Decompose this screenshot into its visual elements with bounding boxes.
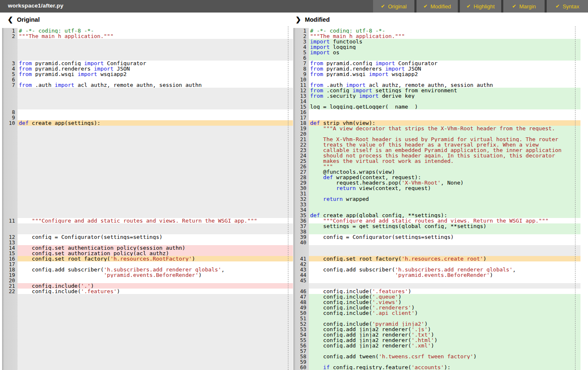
filler-line xyxy=(2,229,293,234)
original-pane[interactable]: 1# -*- coding: utf-8 -*-2"""The main h a… xyxy=(2,26,293,370)
filler-line xyxy=(2,316,293,321)
code-text: config.include('.views') xyxy=(309,299,580,305)
code-text: from pyramid.wsgi import wsgiapp2 xyxy=(18,71,293,77)
line-number: 22 xyxy=(2,289,18,294)
code-line: 4import logging xyxy=(293,44,580,50)
code-text: The X-Vhm-Root header is used by Pyramid… xyxy=(309,137,580,142)
code-line: 8from pyramid.renderers import JSON xyxy=(293,66,580,71)
code-text: """Configure and add static routes and v… xyxy=(18,218,293,223)
code-text xyxy=(18,261,293,267)
code-text xyxy=(18,115,293,120)
filler-line xyxy=(2,50,293,55)
modified-pane-title: Modified xyxy=(305,16,330,23)
filler-line xyxy=(2,321,293,327)
line-number xyxy=(2,202,18,207)
code-line: 11 """Configure and add static routes an… xyxy=(2,218,293,223)
code-text: def create_app(settings): xyxy=(18,120,293,126)
code-text: config.include('.queue') xyxy=(309,294,580,299)
toggle-button-group: ✔ Original ✔ Modified ✔ Highlight ✔ Marg… xyxy=(373,0,588,13)
code-text xyxy=(18,131,293,137)
code-line: 60 if config.registry.feature('accounts'… xyxy=(293,365,580,370)
filler-line xyxy=(2,55,293,61)
line-number xyxy=(2,147,18,153)
line-number: 3 xyxy=(293,39,309,44)
code-text xyxy=(18,305,293,310)
code-line: 48 config.include('.views') xyxy=(293,299,580,305)
code-text: # -*- coding: utf-8 -*- xyxy=(18,28,293,33)
filler-line xyxy=(2,191,293,196)
code-text: from pyramid.wsgi import wsgiapp2 xyxy=(309,71,580,77)
code-text xyxy=(18,55,293,61)
code-line: 20 xyxy=(2,278,293,283)
code-text xyxy=(309,251,580,256)
code-text xyxy=(18,142,293,147)
filler-line xyxy=(293,251,580,256)
code-line: 10def create_app(settings): xyxy=(2,120,293,126)
line-number: 7 xyxy=(2,82,18,88)
code-text: config.set_authentication_policy(session… xyxy=(18,245,293,251)
title-bar: workspace1/after.py ✔ Original ✔ Modifie… xyxy=(0,0,588,13)
margin-line-indicator xyxy=(288,26,288,370)
code-text: log = logging.getLogger(__name__) xyxy=(309,104,580,109)
filler-line xyxy=(2,153,293,158)
filler-line xyxy=(2,126,293,131)
code-line: 53 config.add_jinja2_renderer('.js') xyxy=(293,327,580,332)
toggle-original-button[interactable]: ✔ Original xyxy=(373,0,414,13)
line-number xyxy=(2,223,18,229)
code-text: makes the virtual root work as intended. xyxy=(309,158,580,164)
filler-line xyxy=(2,327,293,332)
code-line: 22 treats the value of this header as a … xyxy=(293,142,580,147)
code-line: 55 config.add_jinja2_renderer('.html') xyxy=(293,337,580,343)
filler-line xyxy=(2,131,293,137)
code-text: config.set_root_factory('h.resources.cre… xyxy=(309,256,580,261)
code-line: 15log = logging.getLogger(__name__) xyxy=(293,104,580,109)
line-number: 1 xyxy=(2,28,18,33)
code-text: def wrapped(context, request): xyxy=(309,175,580,180)
code-text xyxy=(18,327,293,332)
line-number xyxy=(2,169,18,175)
code-line: 31 xyxy=(293,191,580,196)
filler-line xyxy=(2,147,293,153)
modified-pane[interactable]: 1# -*- coding: utf-8 -*-2"""The main h a… xyxy=(293,26,580,370)
code-text xyxy=(18,354,293,359)
code-text: from pyramid.config import Configurator xyxy=(309,61,580,66)
margin-line-indicator xyxy=(575,26,575,370)
line-number: 60 xyxy=(293,365,309,370)
code-text: def strip_vhm(view): xyxy=(309,120,580,126)
code-line: 9 xyxy=(2,115,293,120)
code-line: 29 request.headers.pop('X-Vhm-Root', Non… xyxy=(293,180,580,185)
toggle-label: Syntax xyxy=(563,3,579,10)
filler-line xyxy=(2,180,293,185)
code-line: 52 config.include('pyramid_jinja2') xyxy=(293,321,580,327)
filler-line xyxy=(2,223,293,229)
code-text: treats the value of this header as a tra… xyxy=(309,142,580,147)
code-line: 19 """A view decorator that strips the X… xyxy=(293,126,580,131)
code-line: 10 xyxy=(293,77,580,82)
line-number xyxy=(2,354,18,359)
code-line: 56 config.add_jinja2_renderer('.xml') xyxy=(293,343,580,348)
line-number xyxy=(2,365,18,370)
filler-line xyxy=(2,332,293,337)
filler-line xyxy=(293,245,580,251)
code-text xyxy=(309,131,580,137)
line-number: 2 xyxy=(2,33,18,39)
code-text: config.set_authorization_policy(acl_auth… xyxy=(18,251,293,256)
toggle-highlight-button[interactable]: ✔ Highlight xyxy=(460,0,501,13)
code-text xyxy=(309,359,580,365)
toggle-label: Highlight xyxy=(474,3,495,10)
toggle-label: Margin xyxy=(519,3,536,10)
code-text: config.include('.') xyxy=(18,283,293,289)
code-text xyxy=(309,278,580,283)
code-line: 14 xyxy=(293,99,580,104)
toggle-syntax-button[interactable]: ✔ Syntax xyxy=(547,0,588,13)
toggle-modified-button[interactable]: ✔ Modified xyxy=(416,0,458,13)
line-number: 5 xyxy=(2,71,18,77)
code-text xyxy=(309,109,580,115)
line-number xyxy=(2,50,18,55)
code-text xyxy=(18,50,293,55)
line-number xyxy=(2,191,18,196)
toggle-margin-button[interactable]: ✔ Margin xyxy=(503,0,545,13)
code-text: """ xyxy=(309,164,580,169)
code-text xyxy=(309,229,580,234)
check-icon: ✔ xyxy=(467,3,471,9)
